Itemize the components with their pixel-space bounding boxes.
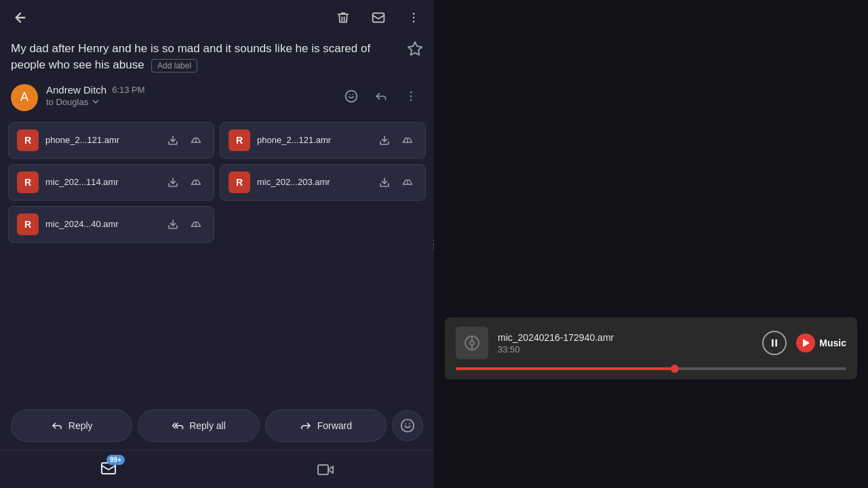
svg-marker-20 [328,466,333,473]
svg-rect-25 [776,340,778,347]
forward-button[interactable]: Forward [265,409,387,442]
sender-name-row: Andrew Ditch 6:13 PM [46,84,145,96]
email-panel: My dad after Henry and he is so mad and … [0,0,434,488]
player-top: mic_20240216-172940.amr 33:50 Music [456,327,846,359]
emoji-react-button[interactable] [339,84,363,108]
attachment-actions [375,173,417,192]
attachment-item[interactable]: R mic_202...203.amr [220,164,426,201]
attachment-item[interactable]: R mic_2024...40.amr [8,206,214,243]
back-button[interactable] [8,5,33,30]
sender-row: A Andrew Ditch 6:13 PM to Douglas [0,81,434,117]
sender-to[interactable]: to Douglas [46,97,145,107]
reply-all-button[interactable]: Reply all [138,409,259,442]
download-button[interactable] [375,173,394,192]
drive-button[interactable] [186,215,205,234]
attachment-name: phone_2...121.amr [45,135,157,145]
more-email-options-button[interactable] [399,84,423,108]
attachment-file-icon: R [17,171,39,193]
download-button[interactable] [375,131,394,150]
mail-nav-item[interactable]: 99+ [88,456,129,483]
attachment-item[interactable]: R mic_202...114.amr [8,164,214,201]
yt-play-icon [803,339,810,347]
video-nav-item[interactable] [305,456,346,483]
attachment-file-icon: R [17,214,39,235]
svg-point-2 [413,17,415,19]
svg-point-16 [401,420,414,432]
right-panel: mic_20240216-172940.amr 33:50 Music [434,0,868,488]
svg-rect-21 [318,465,328,474]
top-bar-left [8,5,33,30]
svg-marker-4 [408,42,422,55]
email-top-bar [0,0,434,35]
svg-rect-0 [373,13,384,22]
sender-info: Andrew Ditch 6:13 PM to Douglas [46,84,145,107]
attachment-file-icon: R [17,129,39,151]
yt-logo-circle [796,333,815,352]
attachment-file-icon: R [229,129,250,151]
attachment-name: mic_202...203.amr [257,177,368,187]
more-options-button[interactable] [401,5,426,30]
attachment-actions [163,131,205,150]
download-button[interactable] [163,131,182,150]
attachment-file-icon: R [229,171,250,193]
progress-bar[interactable] [456,367,846,370]
track-name: mic_20240216-172940.amr [498,332,753,343]
attachment-name: mic_2024...40.amr [45,219,157,229]
attachment-item[interactable]: R phone_2...121.amr [8,122,214,159]
progress-area [456,367,846,370]
drive-button[interactable] [186,173,205,192]
sender-left: A Andrew Ditch 6:13 PM to Douglas [11,84,145,111]
download-button[interactable] [163,173,182,192]
reply-button[interactable]: Reply [11,409,132,442]
drive-button[interactable] [186,131,205,150]
attachment-name: mic_202...114.amr [45,177,157,187]
attachment-actions [375,131,417,150]
mail-icon-container: 99+ [100,460,117,479]
pause-button[interactable] [762,331,787,355]
sender-name: Andrew Ditch [46,84,106,96]
svg-point-1 [413,13,415,15]
mark-unread-button[interactable] [366,5,391,30]
reply-bar: Reply Reply all Forward [0,401,434,450]
svg-point-5 [346,90,357,102]
top-bar-right [331,5,426,30]
svg-point-9 [410,95,412,97]
download-button[interactable] [163,215,182,234]
drive-button[interactable] [398,173,417,192]
progress-thumb [671,365,679,373]
yt-music-text: Music [819,338,846,348]
delete-button[interactable] [331,5,355,30]
music-player: mic_20240216-172940.amr 33:50 Music [445,317,857,380]
drive-button[interactable] [398,131,417,150]
svg-rect-24 [772,340,774,347]
sender-time: 6:13 PM [112,85,144,95]
emoji-button[interactable] [392,410,423,441]
email-subject-area: My dad after Henry and he is so mad and … [0,35,434,81]
add-label-button[interactable]: Add label [151,59,197,73]
svg-point-3 [413,21,415,23]
sender-avatar: A [11,84,38,111]
email-subject: My dad after Henry and he is so mad and … [11,41,401,73]
bottom-nav: 99+ [0,450,434,488]
svg-point-10 [410,99,412,101]
attachment-item[interactable]: R phone_2...121.amr [220,122,426,159]
progress-fill [456,367,675,370]
svg-point-8 [410,92,412,94]
star-button[interactable] [407,41,423,61]
attachment-actions [163,215,205,234]
track-duration: 33:50 [498,344,753,354]
reply-inline-button[interactable] [369,84,393,108]
album-art [456,327,488,359]
player-info: mic_20240216-172940.amr 33:50 [498,332,753,354]
attachment-actions [163,173,205,192]
player-controls [762,331,787,355]
sender-actions [339,84,423,108]
mail-badge: 99+ [106,455,125,465]
attachments-area: R phone_2...121.amr R phone_2...121.amr [0,117,434,248]
yt-music-logo: Music [796,333,846,352]
attachment-name: phone_2...121.amr [257,135,368,145]
